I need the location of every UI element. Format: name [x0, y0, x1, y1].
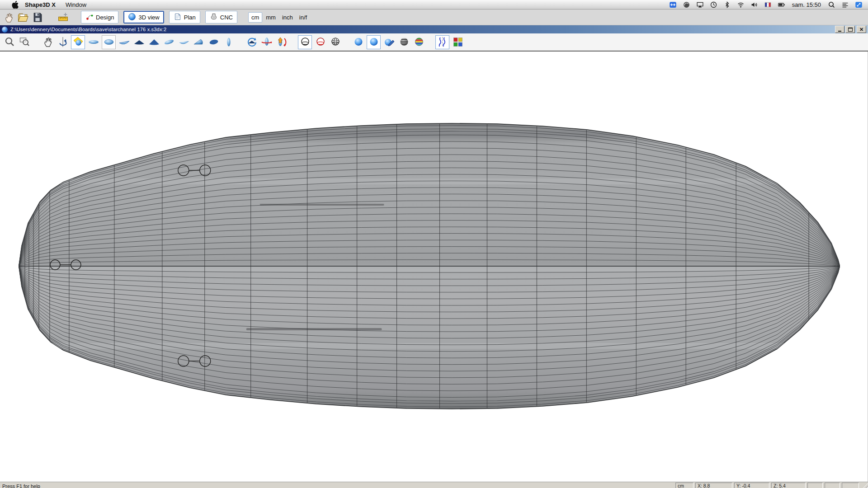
main-toolbar: Design3D viewPlanCNC cmmminchin/f	[0, 9, 868, 25]
plan-icon	[174, 13, 182, 22]
tab-design[interactable]: Design	[81, 11, 118, 23]
menu-clock[interactable]: sam. 15:50	[792, 1, 821, 8]
tab-cnc[interactable]: CNC	[205, 11, 237, 23]
unit-selector: cmmminchin/f	[248, 12, 310, 23]
time-machine-icon[interactable]	[710, 1, 717, 9]
bluetooth-icon[interactable]	[723, 1, 731, 9]
spotlight-icon[interactable]	[828, 1, 835, 9]
viewport-3d[interactable]	[0, 52, 868, 482]
rotate-view-button[interactable]	[56, 36, 69, 49]
render-blue-active-button[interactable]	[367, 35, 381, 49]
render-paint-button[interactable]	[382, 36, 396, 49]
document-title: Z:\Users\dennery\Documents\Boards\save\s…	[10, 27, 166, 32]
wedge-view-button[interactable]	[192, 36, 205, 49]
rocker-line-button[interactable]	[118, 36, 131, 49]
front-view-solid-button[interactable]	[147, 36, 160, 49]
document-icon	[2, 27, 8, 33]
unit-cm[interactable]: cm	[248, 12, 262, 23]
unit-mm[interactable]: mm	[263, 13, 278, 22]
outline-top-button[interactable]	[102, 35, 116, 49]
edit-board-button[interactable]	[71, 35, 85, 49]
minimize-button[interactable]	[835, 26, 844, 33]
wifi-icon[interactable]	[737, 1, 745, 9]
view3d-icon	[128, 13, 136, 22]
status-empty-panel	[825, 483, 840, 488]
tab-label: 3D view	[138, 14, 159, 21]
rotate-pitch-button[interactable]	[275, 36, 288, 49]
app-menu-title[interactable]: Shape3D X	[25, 1, 56, 8]
input-flag-fr-icon[interactable]	[764, 1, 772, 9]
rotate-front-button[interactable]	[245, 36, 258, 49]
battery-icon[interactable]	[778, 1, 785, 9]
vertical-outline-button[interactable]	[222, 36, 235, 49]
volume-icon[interactable]	[750, 1, 758, 9]
render-mesh-button[interactable]	[329, 36, 342, 49]
close-button[interactable]: ✕	[857, 26, 866, 33]
airplay-icon[interactable]	[696, 1, 704, 9]
dark-ellipse-button[interactable]	[207, 36, 220, 49]
front-view-button[interactable]	[132, 36, 146, 49]
rotate-yaw-button[interactable]	[260, 36, 273, 49]
apple-menu-icon[interactable]	[12, 1, 19, 9]
screen-share-icon[interactable]	[855, 1, 863, 9]
macos-menu-bar: Shape3D X Window sam. 15:50	[0, 0, 868, 9]
design-icon	[85, 13, 94, 22]
render-slices-color-button[interactable]	[412, 36, 425, 49]
document-title-bar[interactable]: Z:\Users\dennery\Documents\Boards\save\s…	[0, 25, 868, 33]
status-coord-panel: X: 8.8	[695, 483, 732, 488]
zoom-tool-button[interactable]	[3, 36, 16, 49]
menu-item-window[interactable]: Window	[66, 1, 86, 8]
tab-label: Design	[96, 14, 114, 21]
status-empty-panel	[807, 483, 823, 488]
unit-inch[interactable]: inch	[279, 13, 296, 22]
color-tiles-button[interactable]	[451, 36, 464, 49]
hand-tool-button[interactable]	[2, 11, 14, 23]
window-controls: ✕	[835, 26, 866, 33]
cnc-icon	[210, 13, 218, 22]
status-help-text: Press F1 for help	[0, 483, 40, 488]
status-coord-panel: Y: -0.4	[734, 483, 769, 488]
render-rings-dark-button[interactable]	[298, 35, 312, 49]
open-folder-button[interactable]	[17, 11, 29, 23]
tab-3d-view[interactable]: 3D view	[123, 11, 164, 23]
status-bar: Press F1 for help cmX: 8.8Y: -0.4Z: 5.4	[0, 482, 868, 488]
render-blue-button[interactable]	[352, 36, 365, 49]
tab-plan[interactable]: Plan	[169, 11, 200, 23]
zoom-window-button[interactable]	[18, 36, 31, 49]
status-unit-panel: cm	[675, 483, 693, 488]
measure-tool-button[interactable]	[57, 11, 69, 23]
sync-swirl-icon[interactable]	[683, 1, 690, 9]
tab-label: CNC	[220, 14, 233, 21]
maximize-button[interactable]	[845, 26, 855, 33]
status-coord-panel: Z: 5.4	[771, 483, 806, 488]
render-slices-gray-button[interactable]	[397, 36, 410, 49]
tab-label: Plan	[184, 14, 196, 21]
screen: Shape3D X Window sam. 15:50 Design3D vie…	[0, 0, 868, 488]
render-rings-red-button[interactable]	[314, 36, 327, 49]
unit-in-f[interactable]: in/f	[297, 13, 310, 22]
surfboard-top-view[interactable]	[0, 52, 868, 482]
perspective-ellipse-button[interactable]	[162, 36, 175, 49]
view-toolbar	[0, 33, 868, 52]
save-doc-button[interactable]	[31, 11, 43, 23]
resize-grip[interactable]	[861, 483, 868, 488]
notification-list-icon[interactable]	[841, 1, 849, 9]
outline-flat-button[interactable]	[87, 36, 100, 49]
menu-status-area: sam. 15:50	[669, 1, 863, 9]
status-empty-panel	[842, 483, 859, 488]
pan-hand-button[interactable]	[41, 36, 54, 49]
rocker-thin-button[interactable]	[177, 36, 190, 49]
teamviewer-icon[interactable]	[669, 1, 677, 9]
flow-lines-button[interactable]	[435, 35, 449, 49]
